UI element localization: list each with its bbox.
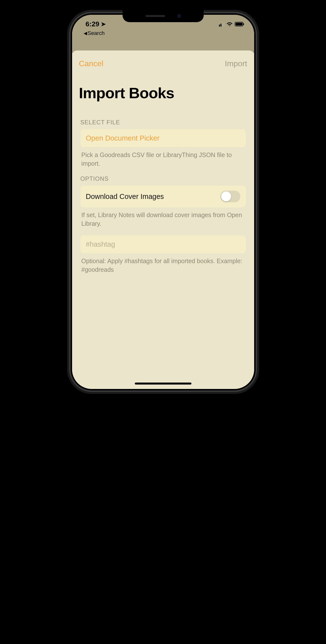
back-nav-label: Search: [88, 30, 105, 36]
toggle-knob: [221, 192, 231, 201]
download-covers-row: Download Cover Images: [80, 186, 246, 207]
page-title: Import Books: [73, 76, 253, 112]
select-file-header: SELECT FILE: [80, 119, 246, 126]
hashtag-section: Optional: Apply #hashtags for all import…: [73, 228, 253, 274]
modal-sheet: Cancel Import Import Books SELECT FILE O…: [72, 50, 254, 386]
download-covers-toggle[interactable]: [220, 190, 240, 202]
open-document-picker-button[interactable]: Open Document Picker: [80, 129, 246, 147]
select-file-hint: Pick a Goodreads CSV file or LibraryThin…: [80, 147, 246, 168]
open-document-picker-label: Open Document Picker: [86, 134, 160, 142]
back-chevron-icon: ◀: [84, 30, 87, 36]
speaker-grille: [145, 15, 165, 17]
status-left: 6:29 ➤: [81, 20, 106, 28]
svg-rect-2: [243, 24, 244, 25]
device-notch: [122, 10, 204, 22]
wifi-icon: [226, 22, 233, 26]
download-covers-label: Download Cover Images: [86, 192, 164, 201]
options-header: OPTIONS: [80, 175, 246, 182]
device-frame: 6:29 ➤ ◀ Search Cancel Import: [67, 10, 259, 394]
select-file-section: SELECT FILE Open Document Picker Pick a …: [73, 112, 253, 168]
cellular-signal-icon: [219, 22, 224, 26]
cancel-button[interactable]: Cancel: [79, 59, 104, 68]
import-button[interactable]: Import: [225, 59, 247, 68]
download-covers-hint: If set, Library Notes will download cove…: [80, 207, 246, 228]
hashtag-input[interactable]: [86, 240, 240, 248]
svg-rect-1: [236, 23, 242, 25]
status-right: [219, 22, 246, 26]
home-indicator[interactable]: [135, 382, 191, 384]
battery-icon: [235, 22, 245, 26]
hashtag-cell: [80, 235, 246, 253]
modal-nav-row: Cancel Import: [73, 59, 253, 76]
back-to-search-nav[interactable]: ◀ Search: [81, 30, 246, 36]
hashtag-hint: Optional: Apply #hashtags for all import…: [80, 253, 246, 274]
location-arrow-icon: ➤: [101, 21, 106, 28]
options-section: OPTIONS Download Cover Images If set, Li…: [73, 168, 253, 228]
front-camera-icon: [177, 14, 181, 18]
status-time: 6:29: [86, 20, 99, 28]
screen: 6:29 ➤ ◀ Search Cancel Import: [72, 15, 254, 389]
